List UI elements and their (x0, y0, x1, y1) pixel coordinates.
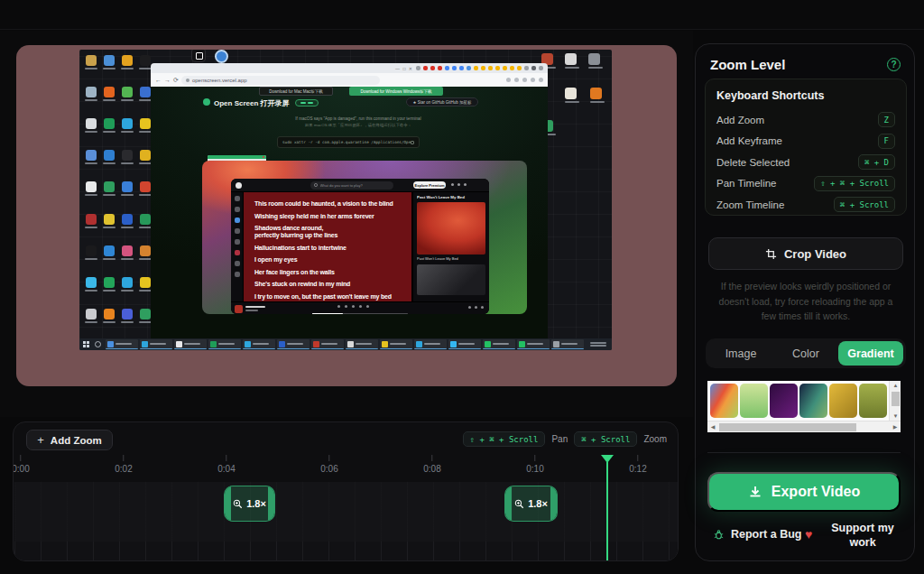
taskbar-app-button (517, 339, 550, 349)
settings-sidebar: Zoom Level ? Keyboard Shortcuts Add Zoom… (695, 43, 915, 561)
export-video-button[interactable]: Export Video (707, 472, 901, 512)
desktop-icon (100, 309, 118, 340)
ruler-tick (638, 455, 639, 461)
scroll-up-icon[interactable]: ▲ (890, 381, 901, 390)
site-title: Open Screen 打开录屏 (214, 98, 290, 108)
scroll-down-icon[interactable]: ▼ (890, 412, 901, 421)
desktop-icon (118, 55, 136, 87)
bookmark-favicon (474, 66, 478, 70)
bookmark-favicon (459, 66, 464, 70)
report-bug-button[interactable]: Report a Bug (713, 528, 801, 541)
bookmark-favicon (531, 66, 536, 70)
background-tab[interactable]: Image (708, 341, 773, 366)
bookmark-favicon (430, 66, 435, 70)
bookmark-favicon (524, 66, 529, 70)
add-zoom-button[interactable]: + Add Zoom (26, 430, 113, 450)
hscroll-thumb[interactable] (719, 423, 856, 431)
album-art-secondary (417, 264, 485, 295)
ruler-time-label: 0:10 (526, 464, 543, 474)
segment-right-handle[interactable] (268, 486, 274, 521)
explore-premium-button: Explore Premium (413, 181, 446, 189)
gradient-swatch[interactable] (740, 384, 768, 418)
gradient-swatch[interactable] (770, 384, 798, 418)
shortcut-row: Add Zoom Z (716, 109, 895, 131)
ruler-tick (329, 455, 330, 461)
lyric-line: Shadows dance around, perfectly blurring… (254, 225, 411, 239)
keyboard-shortcuts-card: Keyboard Shortcuts Add Zoom Z Add Keyfra… (705, 79, 907, 216)
lyric-line: This room could be haunted, a vision to … (254, 200, 411, 208)
shortcut-label: Pan Timeline (716, 178, 776, 189)
webpage: Download for Mac Mac版下载 Download for Win… (151, 87, 548, 350)
gradient-swatch[interactable] (859, 384, 887, 418)
vertical-scrollbar[interactable]: ▲ ▼ (889, 381, 901, 421)
crop-icon (765, 248, 777, 260)
ruler-tick (124, 455, 125, 461)
taskbar-app-button (380, 339, 412, 349)
zoom-in-icon (233, 499, 243, 509)
timeline-track[interactable] (14, 482, 679, 542)
taskbar-app-button (346, 339, 378, 349)
ruler-time-label: 0:08 (423, 464, 440, 474)
video-preview[interactable]: — □ ✕ ← → ⟳ openscreen.vercel.app Downlo (16, 45, 677, 386)
shortcut-row: Zoom Timeline ⌘ + Scroll (716, 194, 895, 216)
desktop-icon (82, 245, 100, 277)
zoom-segment[interactable]: 1.8× (504, 486, 558, 522)
support-my-work-link[interactable]: Support my work (827, 521, 899, 550)
start-button-icon (82, 340, 90, 348)
gradient-swatch[interactable] (710, 384, 738, 418)
taskbar-app-button (448, 339, 481, 349)
taskbar-app-button (208, 339, 241, 349)
divider (707, 452, 901, 453)
timeline-ruler[interactable]: 0:00 0:02 0:04 0:06 0:08 0:10 0:12 (14, 455, 679, 480)
heart-icon: ♥ (805, 527, 812, 542)
desktop-icon (100, 181, 118, 213)
playhead[interactable] (601, 455, 614, 561)
gradient-swatch[interactable] (829, 384, 857, 418)
download-mac-button: Download for Mac Mac版下载 (259, 87, 333, 96)
browser-url-bar: ← → ⟳ openscreen.vercel.app (151, 73, 548, 87)
zoom-hint-label: Zoom (643, 434, 667, 444)
album-caption: Past Won't Leave My Bed (417, 256, 485, 261)
shortcut-label: Add Zoom (716, 115, 764, 125)
desktop-icon (118, 118, 136, 150)
ruler-tick (21, 455, 22, 461)
help-icon[interactable]: ? (887, 58, 901, 71)
crop-video-button[interactable]: Crop Video (708, 237, 903, 270)
recorded-browser-window: — □ ✕ ← → ⟳ openscreen.vercel.app Downlo (151, 63, 548, 350)
segment-zoom-amount: 1.8× (246, 498, 266, 509)
desktop-icon (118, 309, 136, 340)
desktop-icon (118, 214, 136, 245)
terminal-command: sudo xattr -r -d com.apple.quarantine /A… (282, 140, 411, 144)
scroll-right-icon[interactable]: ▶ (890, 421, 901, 432)
shortcut-keys-badge: ⌘ + D (858, 154, 895, 170)
gradient-picker: ▲ ▼ ◀ ▶ (707, 381, 901, 432)
zoom-segment[interactable]: 1.8× (224, 486, 275, 522)
gradient-swatch[interactable] (799, 384, 827, 418)
desktop-icon (82, 150, 100, 181)
shortcut-label: Zoom Timeline (716, 199, 784, 210)
bookmark-favicon (488, 66, 493, 70)
horizontal-scrollbar[interactable]: ◀ ▶ (707, 421, 901, 432)
background-tab[interactable]: Color (773, 341, 838, 366)
segment-left-handle[interactable] (225, 486, 231, 521)
extension-icons (506, 78, 543, 82)
shortcut-label: Add Keyframe (716, 135, 782, 146)
panel-title: Zoom Level (710, 57, 785, 72)
taskbar-app-button (174, 339, 207, 349)
preview-canvas: — □ ✕ ← → ⟳ openscreen.vercel.app Downlo (0, 31, 693, 417)
background-tab[interactable]: Gradient (838, 341, 903, 366)
segment-left-handle[interactable] (505, 486, 512, 521)
desktop-icon-browser (215, 50, 228, 63)
vscroll-thumb[interactable] (892, 392, 900, 406)
progress-bar (312, 313, 408, 315)
timeline-panel: + Add Zoom ⇧ + ⌘ + Scroll Pan ⌘ + Scroll… (13, 421, 679, 561)
bookmark-favicon (438, 66, 442, 70)
bookmark-favicon (416, 66, 420, 70)
shortcut-label: Delete Selected (716, 157, 790, 168)
lyric-line: I open my eyes (254, 256, 411, 264)
bookmark-favicon (452, 66, 457, 70)
scroll-left-icon[interactable]: ◀ (707, 421, 718, 432)
taskbar-app-button (243, 339, 275, 349)
reload-icon: ⟳ (173, 77, 179, 84)
segment-right-handle[interactable] (550, 486, 557, 521)
